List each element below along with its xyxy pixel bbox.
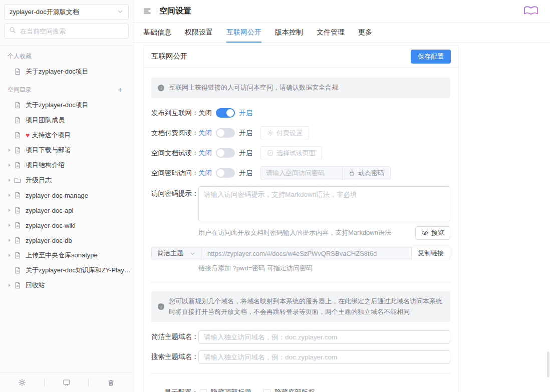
simple-domain-input[interactable] [198, 330, 450, 344]
tree-item[interactable]: zyplayer-doc-wiki [0, 218, 133, 233]
trial-row: 空间文档试读： 关闭 开启 选择试读页面 [151, 146, 450, 160]
scrollbar-thumb[interactable] [547, 351, 549, 377]
caret-right-icon[interactable] [8, 283, 14, 287]
search-input[interactable] [19, 27, 124, 36]
tab-3[interactable]: 版本控制 [275, 23, 303, 42]
trial-toggle[interactable] [216, 148, 235, 158]
tree-item[interactable]: 项目结构介绍 [0, 158, 133, 173]
theme-select[interactable]: 简洁主题 [152, 247, 201, 260]
trash-icon[interactable] [89, 373, 133, 392]
tree-item-label: 项目结构介绍 [26, 161, 65, 170]
pay-toggle[interactable] [216, 128, 235, 138]
gear-icon[interactable] [0, 373, 44, 392]
password-off-label: 关闭 [198, 169, 212, 178]
hide-top-title-checkbox[interactable]: 隐藏顶部标题 [200, 388, 251, 392]
divider [151, 373, 450, 373]
menu-icon[interactable] [143, 7, 151, 15]
preview-button[interactable]: 预览 [415, 226, 450, 240]
search-icon [9, 27, 16, 36]
caret-right-icon[interactable] [8, 253, 14, 257]
tree-item-label: 关于zyplayer-doc知识库和ZY-Player播放... [26, 266, 133, 275]
publish-on-label: 开启 [239, 109, 252, 118]
tree-item-label: 上传至中央仓库sonatype [26, 251, 98, 260]
folder-icon [14, 177, 22, 184]
tree-item[interactable]: zyplayer-doc-db [0, 233, 133, 248]
tree-item[interactable]: zyplayer-doc-manage [0, 188, 133, 203]
add-doc-button[interactable]: + [116, 86, 125, 94]
share-link-url[interactable]: https://zyplayer.com/#/docs/w4eSzPWvQRSB… [201, 247, 411, 260]
tree-item[interactable]: 项目下载与部署 [0, 143, 133, 158]
password-input-group: 动态密码 [260, 166, 391, 180]
doc-icon [14, 117, 22, 124]
pay-label: 文档付费阅读： [151, 129, 198, 138]
doc-icon [14, 282, 22, 289]
main-area: 空间设置 基础信息权限设置互联网公开版本控制文件管理更多 互联网公开 保存配置 [133, 0, 550, 392]
caret-right-icon[interactable] [8, 193, 14, 197]
publish-label: 发布到互联网： [151, 109, 198, 118]
space-select-value: zyplayer-doc开源版文档 [10, 8, 79, 17]
trial-off-label: 关闭 [198, 149, 212, 158]
copy-link-button[interactable]: 复制链接 [411, 247, 450, 260]
hide-bottom-copyright-checkbox[interactable]: 隐藏底部版权 [263, 388, 315, 392]
caret-right-icon[interactable] [8, 223, 14, 227]
tree-item-label: 项目下载与部署 [26, 146, 71, 155]
tree-item-label: 关于zyplayer-doc项目 [26, 67, 89, 76]
tab-0[interactable]: 基础信息 [143, 23, 171, 42]
tab-5[interactable]: 更多 [358, 23, 372, 42]
doc-icon [14, 162, 22, 169]
tab-2[interactable]: 互联网公开 [226, 23, 261, 42]
tree-item[interactable]: ♥支持这个项目 [0, 128, 133, 143]
password-row: 空间密码访问： 关闭 开启 动态密码 [151, 166, 450, 180]
tree-item[interactable]: 关于zyplayer-doc项目 [0, 98, 133, 113]
caret-right-icon[interactable] [8, 148, 14, 152]
checkbox-box [263, 389, 270, 392]
password-toggle[interactable] [216, 168, 235, 178]
tree-item-label: zyplayer-doc-wiki [26, 222, 76, 229]
space-password-input[interactable] [261, 167, 342, 180]
gear-icon [267, 130, 273, 136]
password-hint-tip: 用户在访问此开放文档时密码输入的提示内容，支持Markdown语法 [198, 228, 391, 237]
dynamic-password-button[interactable]: 动态密码 [342, 167, 390, 180]
password-label: 空间密码访问： [151, 169, 198, 178]
tree-item[interactable]: 关于zyplayer-doc项目 [0, 64, 133, 79]
password-hint-textarea[interactable] [198, 186, 450, 221]
edit-icon [267, 150, 273, 156]
tab-1[interactable]: 权限设置 [185, 23, 213, 42]
caret-right-icon[interactable] [8, 238, 14, 242]
tree-item[interactable]: 项目团队成员 [0, 113, 133, 128]
pay-settings-button[interactable]: 付费设置 [260, 126, 309, 140]
book-logo-icon [522, 5, 540, 18]
topbar: 空间设置 [133, 0, 550, 23]
sidebar-footer [0, 372, 133, 392]
caret-right-icon[interactable] [8, 178, 14, 182]
app-window: zyplayer-doc开源版文档 个人收藏 关于zyplayer-doc项目 … [0, 0, 550, 392]
search-domain-input[interactable] [198, 350, 450, 364]
tab-4[interactable]: 文件管理 [317, 23, 345, 42]
tree-item-label: zyplayer-doc-api [26, 207, 73, 214]
tree-item-label: zyplayer-doc-db [26, 237, 72, 244]
caret-right-icon[interactable] [8, 208, 14, 212]
password-hint-row: 访问密码提示： [151, 186, 450, 221]
tree-item[interactable]: 升级日志 [0, 173, 133, 188]
top-alert-text: 互联网上获得链接的人可访问本空间，请确认数据安全合规 [169, 83, 338, 93]
tree-item[interactable]: 上传至中央仓库sonatype [0, 248, 133, 263]
space-select[interactable]: zyplayer-doc开源版文档 [4, 4, 129, 20]
publish-toggle[interactable] [216, 108, 235, 118]
chevron-down-icon [190, 251, 195, 256]
caret-right-icon[interactable] [8, 163, 14, 167]
domain-alert-text: 您可以新规划几个域名，将域名映射到本系统的服务器上，在此绑定之后通过此域名访问本… [169, 296, 444, 317]
tree-item[interactable]: zyplayer-doc-api [0, 203, 133, 218]
content-area: 互联网公开 保存配置 互联网上获得链接的人可访问本空间，请确认数据安全合规 发布… [133, 43, 550, 392]
doc-icon [14, 68, 22, 76]
save-config-button[interactable]: 保存配置 [411, 50, 451, 64]
toggle-knob [217, 129, 224, 137]
doc-icon [14, 252, 22, 259]
message-icon[interactable] [45, 373, 89, 392]
doc-icon [14, 192, 22, 199]
tree-item[interactable]: 关于zyplayer-doc知识库和ZY-Player播放... [0, 263, 133, 278]
search-domain-label: 搜索主题域名： [151, 352, 198, 361]
select-trial-pages-button[interactable]: 选择试读页面 [260, 146, 322, 160]
doc-icon [14, 207, 22, 214]
heart-icon: ♥ [26, 131, 30, 139]
tree-item[interactable]: 回收站 [0, 278, 133, 293]
